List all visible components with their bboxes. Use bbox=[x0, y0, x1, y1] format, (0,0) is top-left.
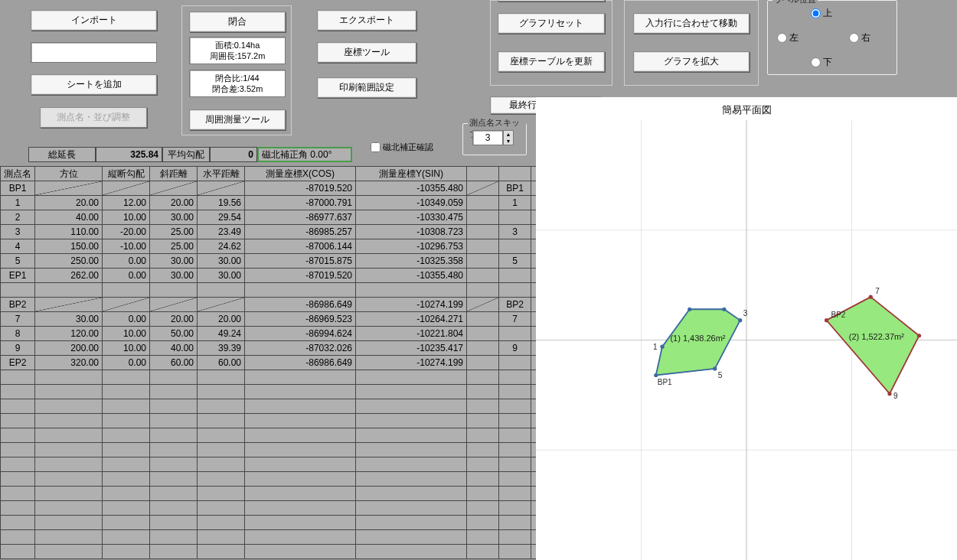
table-cell[interactable]: -87032.026 bbox=[245, 341, 356, 356]
table-cell[interactable] bbox=[103, 298, 150, 312]
label-pos-right-radio[interactable]: 右 bbox=[849, 31, 870, 44]
table-cell[interactable] bbox=[467, 370, 499, 385]
table-row[interactable] bbox=[1, 545, 542, 559]
table-cell[interactable] bbox=[1, 443, 35, 457]
table-cell[interactable]: BP2 bbox=[499, 298, 531, 312]
skip-spinner[interactable]: ▲▼ bbox=[503, 130, 514, 145]
magdec-value[interactable]: 磁北補正角 0.00° bbox=[257, 147, 352, 162]
table-cell[interactable] bbox=[150, 472, 198, 487]
table-cell[interactable]: 10.00 bbox=[103, 327, 150, 341]
table-cell[interactable] bbox=[467, 341, 499, 356]
table-cell[interactable]: 23.49 bbox=[198, 225, 245, 239]
table-cell[interactable]: -86986.649 bbox=[245, 298, 356, 312]
table-cell[interactable] bbox=[356, 385, 467, 399]
table-cell[interactable] bbox=[35, 457, 103, 472]
table-cell[interactable]: 40.00 bbox=[150, 341, 198, 356]
table-row[interactable]: 8120.0010.0050.0049.24-86994.624-10221.8… bbox=[1, 327, 542, 341]
table-cell[interactable]: 20.00 bbox=[35, 196, 103, 210]
table-cell[interactable]: -86985.257 bbox=[245, 225, 356, 239]
table-cell[interactable] bbox=[467, 457, 499, 472]
table-cell[interactable] bbox=[150, 545, 198, 559]
print-range-button[interactable]: 印刷範囲設定 bbox=[317, 77, 416, 98]
table-cell[interactable] bbox=[467, 181, 499, 196]
table-cell[interactable] bbox=[198, 501, 245, 516]
table-cell[interactable]: 4 bbox=[1, 239, 35, 254]
table-cell[interactable] bbox=[103, 530, 150, 545]
table-row[interactable] bbox=[1, 283, 542, 298]
table-cell[interactable]: -86986.649 bbox=[245, 356, 356, 370]
table-cell[interactable]: BP2 bbox=[1, 298, 35, 312]
table-cell[interactable]: 0.00 bbox=[103, 254, 150, 269]
table-cell[interactable] bbox=[198, 487, 245, 501]
table-cell[interactable] bbox=[35, 501, 103, 516]
table-cell[interactable] bbox=[499, 414, 531, 428]
table-cell[interactable] bbox=[1, 457, 35, 472]
table-cell[interactable]: 110.00 bbox=[35, 225, 103, 239]
table-cell[interactable] bbox=[35, 472, 103, 487]
table-header[interactable]: 測量座標X(COS) bbox=[245, 167, 356, 181]
table-cell[interactable] bbox=[356, 399, 467, 414]
table-cell[interactable] bbox=[150, 370, 198, 385]
table-cell[interactable] bbox=[499, 472, 531, 487]
table-row[interactable] bbox=[1, 516, 542, 530]
table-cell[interactable]: -87000.791 bbox=[245, 196, 356, 210]
table-cell[interactable] bbox=[499, 356, 531, 370]
table-row[interactable]: 5250.000.0030.0030.00-87015.875-10325.35… bbox=[1, 254, 542, 269]
table-cell[interactable]: -10274.199 bbox=[356, 298, 467, 312]
table-row[interactable] bbox=[1, 399, 542, 414]
table-row[interactable] bbox=[1, 443, 542, 457]
table-cell[interactable] bbox=[467, 414, 499, 428]
table-cell[interactable]: -10274.199 bbox=[356, 356, 467, 370]
table-cell[interactable] bbox=[198, 298, 245, 312]
table-cell[interactable] bbox=[198, 283, 245, 298]
table-cell[interactable] bbox=[150, 414, 198, 428]
table-cell[interactable]: -10325.358 bbox=[356, 254, 467, 269]
table-cell[interactable] bbox=[35, 370, 103, 385]
table-cell[interactable] bbox=[1, 545, 35, 559]
table-cell[interactable] bbox=[103, 370, 150, 385]
table-cell[interactable] bbox=[467, 196, 499, 210]
table-cell[interactable]: -10308.723 bbox=[356, 225, 467, 239]
table-cell[interactable] bbox=[356, 428, 467, 443]
label-pos-left-radio[interactable]: 左 bbox=[777, 31, 799, 44]
table-cell[interactable]: 0.00 bbox=[103, 312, 150, 327]
table-cell[interactable]: 30.00 bbox=[35, 312, 103, 327]
survey-table[interactable]: 測点名方位縦断勾配斜距離水平距離測量座標X(COS)測量座標Y(SIN) BP1… bbox=[0, 166, 542, 559]
label-pos-down-radio[interactable]: 下 bbox=[811, 56, 832, 69]
table-cell[interactable] bbox=[245, 399, 356, 414]
table-cell[interactable]: 150.00 bbox=[35, 239, 103, 254]
table-cell[interactable] bbox=[35, 545, 103, 559]
table-cell[interactable] bbox=[499, 269, 531, 283]
table-cell[interactable]: 20.00 bbox=[150, 196, 198, 210]
table-cell[interactable] bbox=[245, 487, 356, 501]
table-row[interactable]: 730.000.0020.0020.00-86969.523-10264.271… bbox=[1, 312, 542, 327]
table-cell[interactable] bbox=[198, 385, 245, 399]
table-cell[interactable]: 39.39 bbox=[198, 341, 245, 356]
table-cell[interactable] bbox=[35, 443, 103, 457]
table-cell[interactable] bbox=[35, 399, 103, 414]
table-cell[interactable] bbox=[467, 283, 499, 298]
table-cell[interactable] bbox=[245, 516, 356, 530]
table-cell[interactable]: 0.00 bbox=[103, 356, 150, 370]
table-cell[interactable]: 5 bbox=[1, 254, 35, 269]
table-cell[interactable] bbox=[356, 487, 467, 501]
table-cell[interactable] bbox=[35, 385, 103, 399]
table-row[interactable] bbox=[1, 385, 542, 399]
table-cell[interactable] bbox=[103, 472, 150, 487]
table-cell[interactable] bbox=[245, 530, 356, 545]
table-row[interactable]: 240.0010.0030.0029.54-86977.637-10330.47… bbox=[1, 210, 542, 225]
table-cell[interactable]: -10235.417 bbox=[356, 341, 467, 356]
table-cell[interactable] bbox=[356, 501, 467, 516]
table-cell[interactable] bbox=[499, 530, 531, 545]
table-cell[interactable] bbox=[150, 457, 198, 472]
table-cell[interactable] bbox=[467, 501, 499, 516]
table-cell[interactable] bbox=[467, 385, 499, 399]
table-row[interactable] bbox=[1, 370, 542, 385]
table-cell[interactable] bbox=[356, 283, 467, 298]
table-row[interactable]: 120.0012.0020.0019.56-87000.791-10349.05… bbox=[1, 196, 542, 210]
table-cell[interactable]: 19.56 bbox=[198, 196, 245, 210]
table-cell[interactable]: -86969.523 bbox=[245, 312, 356, 327]
table-cell[interactable]: 120.00 bbox=[35, 327, 103, 341]
table-cell[interactable] bbox=[467, 399, 499, 414]
table-cell[interactable]: 30.00 bbox=[150, 254, 198, 269]
